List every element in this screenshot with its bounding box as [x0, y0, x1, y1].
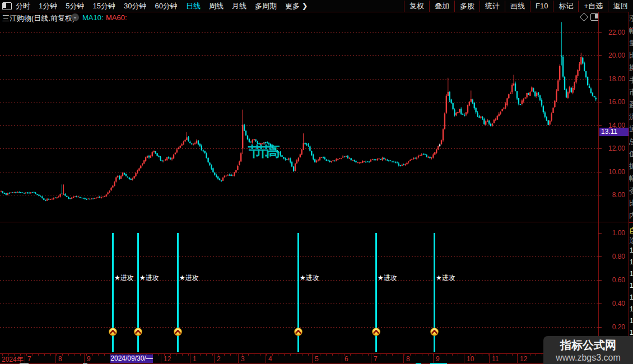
clipped-char: 比 [629, 50, 633, 60]
clipped-char: 选 [629, 236, 633, 246]
month-label: 6 [345, 355, 348, 363]
minor-tick [248, 354, 249, 356]
minor-tick [62, 354, 63, 356]
strip-divider [629, 28, 633, 29]
clipped-digit: 1 [630, 305, 633, 313]
minor-tick [176, 354, 176, 356]
clipped-char: 通 [629, 124, 633, 134]
signal-label: ★进攻 [436, 273, 455, 283]
selected-date-badge: 2024/09/30/— [110, 354, 153, 363]
window-panel-icon[interactable] [2, 2, 12, 10]
minor-tick [422, 354, 422, 356]
minor-tick [350, 354, 351, 356]
site-watermark: 指标公式网 www.zbgs3.com [543, 336, 633, 364]
minor-tick [332, 354, 333, 356]
minor-tick [296, 354, 296, 356]
period-tab-0[interactable]: 分时 [16, 1, 30, 11]
clipped-char: 盈 [629, 100, 633, 110]
clipped-digit: 1 [630, 282, 633, 290]
minor-tick [506, 354, 506, 356]
period-tab-4[interactable]: 30分钟 [124, 1, 146, 11]
indicator-gridline [0, 304, 598, 304]
minor-tick [320, 354, 320, 356]
axis-border-line [598, 12, 599, 353]
minor-tick [104, 354, 105, 356]
minor-tick [338, 354, 338, 356]
period-tab-3[interactable]: 15分钟 [92, 1, 115, 11]
toolbar-button-1[interactable]: 叠加 [429, 1, 454, 12]
period-tab-7[interactable]: 周线 [209, 1, 224, 11]
period-tab-10[interactable]: 更多 ❯ [285, 1, 308, 11]
minor-tick [518, 354, 518, 356]
minor-tick [302, 354, 302, 356]
period-tab-2[interactable]: 5分钟 [66, 1, 84, 11]
period-tab-5[interactable]: 60分钟 [155, 1, 177, 11]
month-label: 8 [58, 355, 62, 363]
price-label: 8.00 [599, 191, 625, 199]
toolbar-button-7[interactable]: +自选 [578, 1, 608, 12]
month-boundary [55, 354, 56, 363]
indicator-axis-label: 0.60 [599, 276, 625, 284]
month-boundary [489, 354, 490, 363]
clipped-digit: 1 [630, 246, 633, 254]
month-label: 11 [492, 355, 499, 363]
minor-tick [446, 354, 446, 356]
signal-label: ★进攻 [378, 273, 397, 283]
month-label: 5 [315, 355, 319, 363]
clipped-digit: 1 [630, 270, 633, 278]
site-watermark-title: 指标公式网 [543, 338, 633, 353]
period-tabs: 分时1分钟5分钟15分钟30分钟60分钟日线周线月线多周期更多 ❯ [16, 1, 308, 11]
minor-tick [362, 354, 362, 356]
minor-tick [50, 354, 51, 356]
month-boundary [464, 354, 464, 363]
clipped-char: 振 [629, 161, 633, 171]
period-tab-6[interactable]: 日线 [186, 1, 201, 11]
month-boundary [312, 354, 313, 363]
gold-coin-up-icon [430, 328, 439, 336]
minor-tick [392, 354, 393, 356]
minor-tick [398, 354, 398, 356]
gold-coin-up-icon [294, 328, 302, 336]
month-label: 3 [241, 355, 245, 363]
month-label: 7 [27, 355, 31, 363]
minor-tick [416, 354, 416, 356]
top-toolbar: 分时1分钟5分钟15分钟30分钟60分钟日线周线月线多周期更多 ❯ 复权叠加多股… [0, 0, 633, 12]
period-tab-1[interactable]: 1分钟 [39, 1, 57, 11]
minor-tick [44, 354, 45, 356]
minor-tick [188, 354, 189, 356]
toolbar-button-3[interactable]: 统计 [480, 1, 505, 12]
month-boundary [25, 354, 25, 363]
month-label: 12 [520, 355, 527, 363]
clipped-char: 流 [629, 112, 633, 122]
toolbar-button-0[interactable]: 复权 [404, 1, 429, 12]
toolbar-button-5[interactable]: F10 [530, 1, 553, 12]
separator-line [0, 222, 629, 222]
minor-tick [80, 354, 81, 356]
clipped-char: 委 [629, 186, 633, 196]
price-label: 16.00 [599, 98, 625, 106]
toolbar-button-2[interactable]: 多股 [454, 1, 480, 12]
toolbar-button-6[interactable]: 标记 [553, 1, 578, 12]
month-label: 7 [374, 355, 378, 363]
gold-coin-up-icon [174, 328, 182, 336]
clipped-char: 市 [629, 87, 633, 97]
month-boundary [403, 354, 404, 363]
minor-tick [284, 354, 285, 356]
month-boundary [238, 354, 239, 363]
clipped-char: 换 [629, 63, 633, 73]
indicator-axis-label: 0.20 [599, 323, 625, 331]
month-boundary [266, 354, 266, 363]
month-boundary [517, 354, 518, 363]
signal-label: ★进攻 [114, 273, 134, 283]
toolbar-button-8[interactable]: 返回 [608, 1, 633, 12]
period-tab-9[interactable]: 多周期 [255, 1, 277, 11]
period-tab-8[interactable]: 月线 [232, 1, 246, 11]
minor-tick [26, 354, 27, 356]
clipped-char: 比 [629, 198, 633, 208]
month-label: 1 [193, 355, 197, 363]
month-boundary [433, 354, 434, 363]
signal-label: ★进攻 [139, 273, 159, 283]
clipped-digit: 1 [630, 329, 633, 337]
clipped-char: 幅 [629, 174, 633, 184]
toolbar-button-4[interactable]: 画线 [505, 1, 530, 12]
